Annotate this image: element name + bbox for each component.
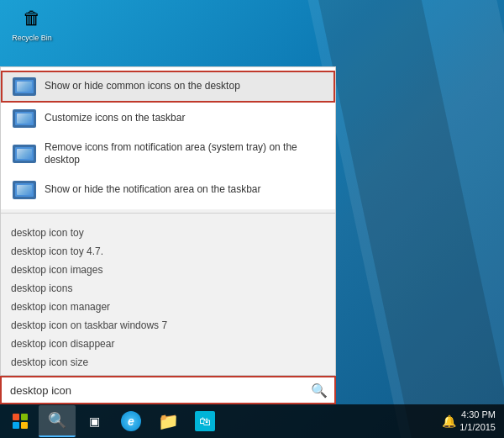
ie-icon: e [121,411,141,431]
result-icon-2 [13,109,36,128]
suggestion-4[interactable]: desktop icon manager [1,298,335,316]
result-text-3: Remove icons from notification area (sys… [45,141,323,167]
suggestion-6[interactable]: desktop icon disappear [1,335,335,353]
taskview-button[interactable]: ▣ [76,405,113,437]
taskbar-notification-area: 🔔 4:30 PM 1/1/2015 [442,409,502,435]
search-input[interactable] [7,384,309,397]
search-box-container: 🔍 [0,376,336,404]
result-icon-4 [13,181,36,199]
search-submit-button[interactable]: 🔍 [309,380,329,400]
win-tile-3 [13,422,19,429]
clock-date: 1/1/2015 [459,421,496,434]
notification-icon[interactable]: 🔔 [442,414,456,428]
ie-button[interactable]: e [113,405,150,437]
suggestion-7[interactable]: desktop icon size [1,353,335,372]
result-text-2: Customize icons on the taskbar [45,112,185,125]
search-icon: 🔍 [48,411,66,430]
clock-time: 4:30 PM [459,409,496,421]
suggestion-3[interactable]: desktop icons [1,279,335,298]
store-button[interactable]: 🛍 [186,405,223,437]
result-text-4: Show or hide the notification area on th… [45,183,261,197]
system-clock[interactable]: 4:30 PM 1/1/2015 [459,409,496,435]
result-text-1: Show or hide common icons on the desktop [45,80,240,93]
suggestions-section: desktop icon toy desktop icon toy 4.7. d… [1,217,335,375]
taskview-icon: ▣ [89,414,100,428]
result-item-3[interactable]: Remove icons from notification area (sys… [1,135,335,174]
result-icon-3 [13,145,36,163]
taskbar: 🔍 ▣ e 📁 🛍 🔔 4:30 PM 1/1/2015 [0,404,504,438]
result-icon-1 [13,77,36,96]
store-icon: 🛍 [195,411,215,431]
win-tile-2 [21,414,28,420]
recycle-bin-icon[interactable]: 🗑 Recycle Bin [12,5,52,42]
top-results-section: Show or hide common icons on the desktop… [1,67,335,209]
folder-icon: 📁 [158,411,179,431]
taskbar-search-button[interactable]: 🔍 [39,405,76,437]
result-item-1[interactable]: Show or hide common icons on the desktop [1,71,335,103]
start-button[interactable] [2,404,39,438]
result-item-2[interactable]: Customize icons on the taskbar [1,103,335,135]
result-item-4[interactable]: Show or hide the notification area on th… [1,174,335,206]
win-tile-1 [13,414,19,420]
search-panel: Show or hide common icons on the desktop… [0,66,336,376]
windows-logo-icon [13,414,28,429]
recycle-bin-label: Recycle Bin [12,34,52,42]
divider [1,213,335,214]
suggestion-5[interactable]: desktop icon on taskbar windows 7 [1,316,335,335]
suggestion-2[interactable]: desktop icon images [1,261,335,279]
suggestion-1[interactable]: desktop icon toy 4.7. [1,242,335,261]
suggestion-0[interactable]: desktop icon toy [1,224,335,242]
recycle-bin-graphic: 🗑 [18,5,45,32]
file-explorer-button[interactable]: 📁 [150,405,186,437]
win-tile-4 [21,422,28,429]
